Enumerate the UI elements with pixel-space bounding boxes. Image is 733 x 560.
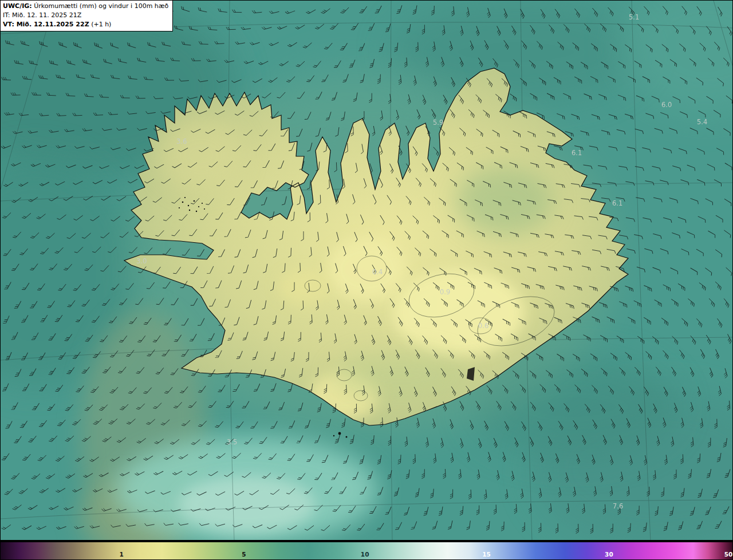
contour-label: 0.9 (440, 288, 450, 296)
contour-label: 3.0 (136, 257, 147, 265)
contour-label: 5.1 (629, 13, 639, 21)
init-time-line: IT: Mið. 12. 11. 2025 21Z (3, 11, 168, 20)
contour-label: 0.4 (372, 268, 383, 276)
contour-label: 6.0 (661, 101, 672, 109)
weather-map-viewport: 5.16.05.45.93.66.16.13.00.40.90.63.57.6 … (0, 0, 733, 560)
model-name: UWC/IG: (3, 2, 32, 10)
colorbar-tick-label: 50 (724, 551, 733, 558)
map-title-box: UWC/IG: Úrkomumætti (mm) og vindur i 100… (1, 1, 173, 31)
contour-label: 5.4 (697, 118, 707, 126)
contour-label: 3.6 (176, 137, 187, 145)
map-title-line1: UWC/IG: Úrkomumætti (mm) og vindur i 100… (3, 2, 168, 11)
contour-label: 3.5 (227, 438, 237, 446)
colorbar-tick-label: 5 (242, 551, 246, 558)
colorbar-tick-label: 15 (482, 551, 491, 558)
contour-label: 6.1 (612, 199, 622, 207)
colorbar-tick-label: 30 (605, 551, 613, 558)
colorbar-tick-label: 10 (361, 551, 369, 558)
map-title-text: Úrkomumætti (mm) og vindur i 100m hæð (32, 2, 169, 10)
contour-label: 7.6 (613, 502, 623, 510)
contour-label: 0.6 (478, 322, 488, 330)
colorbar-tick-label: 1 (120, 551, 124, 558)
valid-time-line: VT: Mið. 12.11.2025 22Z (+1 h) (3, 20, 168, 29)
lead-time: (+1 h) (89, 21, 112, 28)
weather-map: 5.16.05.45.93.66.16.13.00.40.90.63.57.6 (1, 1, 733, 541)
precipitation-colorbar: 1510153050 (1, 540, 733, 559)
contour-label: 5.9 (433, 119, 443, 127)
contour-label: 6.1 (572, 149, 582, 157)
valid-time: VT: Mið. 12.11.2025 22Z (3, 21, 89, 28)
